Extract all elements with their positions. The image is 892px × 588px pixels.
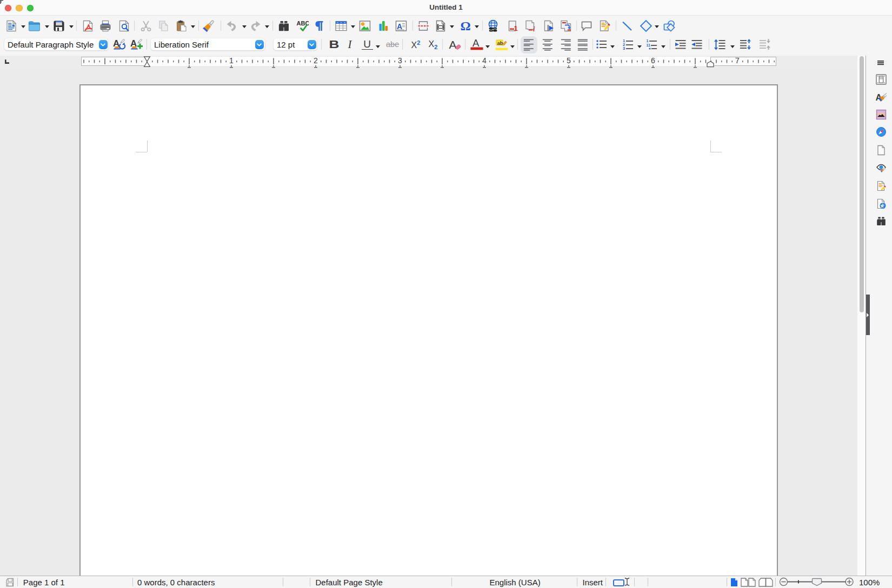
svg-text:ab: ab [497,40,503,46]
svg-text:1: 1 [229,56,234,65]
svg-text:i: i [533,25,535,32]
svg-text:Ω: Ω [460,19,470,32]
svg-text:6: 6 [651,56,655,65]
svg-text:3: 3 [398,56,402,65]
svg-text:5: 5 [567,56,571,65]
svg-text:7: 7 [735,56,740,65]
svg-text:11: 11 [646,43,650,47]
svg-text:1: 1 [646,39,648,43]
svg-text:2: 2 [314,56,318,65]
svg-text:3: 3 [623,46,625,51]
svg-text:4: 4 [482,56,487,65]
svg-text:1: 1 [514,24,517,32]
svg-text:A: A [472,38,480,49]
svg-text:A: A [449,38,456,51]
